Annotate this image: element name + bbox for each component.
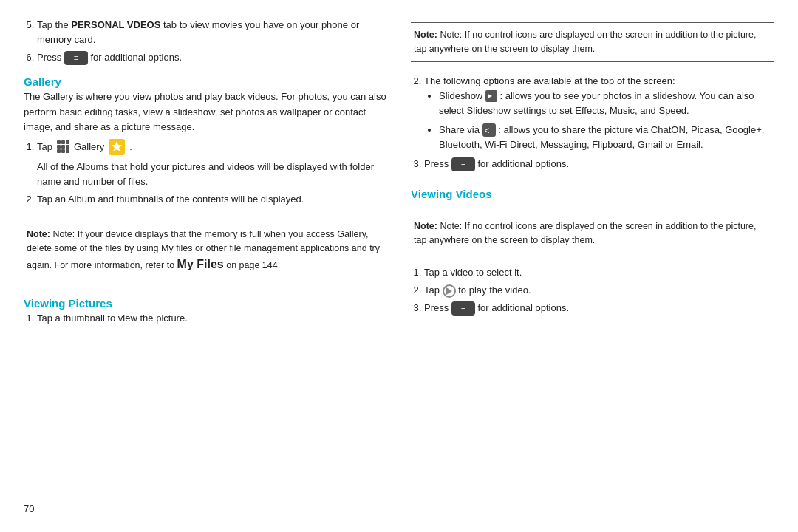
note-memory-box: Note: Note: If your device displays that…	[24, 222, 387, 279]
tap-row: Tap Gallery .	[37, 139, 387, 155]
page-number: 70	[24, 497, 387, 514]
step-press: Press ≡ for additional options.	[424, 157, 774, 171]
videos-step2b: to play the video.	[458, 284, 531, 296]
left-column: Tap the PERSONAL VDEOS tab to view movie…	[24, 18, 387, 514]
viewing-pictures-section: Viewing Pictures Tap a thumbnail to view…	[24, 297, 387, 329]
slideshow-icon	[485, 90, 497, 102]
gallery-step3: Tap an Album and thumbnails of the conte…	[37, 192, 387, 207]
share-icon	[482, 123, 496, 137]
viewing-pictures-title: Viewing Pictures	[24, 297, 387, 310]
menu-button-icon-2: ≡	[451, 157, 475, 171]
gallery-steps: Tap Gallery .	[24, 139, 387, 207]
viewing-videos-section: Viewing Videos	[411, 188, 774, 202]
note-control1-box: Note: Note: If no control icons are disp…	[411, 22, 774, 62]
right-column: Note: Note: If no control icons are disp…	[411, 18, 774, 514]
videos-steps: Tap a video to select it. Tap to play th…	[411, 265, 774, 318]
tap-label: Tap	[37, 140, 52, 154]
share-item: Share via : allows you to share the pict…	[439, 123, 774, 152]
note-word-2: Note:	[414, 221, 440, 231]
viewing-videos-title: Viewing Videos	[411, 188, 774, 200]
period: .	[129, 140, 132, 154]
gallery-section: Gallery The Gallery is where you view ph…	[24, 75, 387, 210]
list-item: Tap the PERSONAL VDEOS tab to view movie…	[37, 18, 387, 47]
gallery-intro: The Gallery is where you view photos and…	[24, 89, 387, 134]
note-control2-box: Note: Note: If no control icons are disp…	[411, 214, 774, 253]
note-control1-text: Note: If no control icons are displayed …	[414, 30, 756, 54]
menu-button-icon: ≡	[64, 51, 88, 65]
item-text: Press ≡ for additional options.	[37, 52, 182, 63]
slideshow-item: Slideshow : allows you to see your photo…	[439, 89, 774, 118]
slideshow-label: Slideshow	[439, 90, 482, 101]
videos-step2: Tap to play the video.	[424, 283, 774, 298]
note-word: Note:	[27, 229, 52, 239]
press-label: Press	[424, 158, 449, 169]
gallery-step1: Tap Gallery .	[37, 139, 387, 189]
gallery-step2: All of the Albums that hold your picture…	[37, 160, 387, 189]
gallery-star-icon	[109, 139, 125, 155]
gallery-step3-text: Tap an Album and thumbnails of the conte…	[37, 194, 304, 205]
videos-step1: Tap a video to select it.	[424, 265, 774, 280]
press-desc: for additional options.	[477, 158, 569, 169]
videos-step3: Press ≡ for additional options.	[424, 301, 774, 316]
menu-button-icon-3: ≡	[451, 301, 475, 316]
videos-step3b: for additional options.	[477, 302, 569, 313]
gallery-label: Gallery	[74, 140, 104, 154]
play-button-icon	[443, 284, 456, 298]
step-options: The following options are available at t…	[424, 74, 774, 153]
gallery-title: Gallery	[24, 75, 387, 88]
my-files-text: My Files	[177, 258, 224, 270]
videos-step2-label: Tap	[424, 284, 440, 296]
step-intro: The following options are available at t…	[424, 74, 774, 89]
list-item: Press ≡ for additional options.	[37, 50, 387, 65]
on-page-text: on page 144.	[226, 260, 280, 270]
grid-icon	[57, 140, 69, 153]
top-list: Tap the PERSONAL VDEOS tab to view movie…	[24, 18, 387, 68]
options-list: Slideshow : allows you to see your photo…	[424, 89, 774, 153]
note-control2-text: Note: If no control icons are displayed …	[414, 221, 756, 245]
viewing-pictures-step1: Tap a thumbnail to view the picture.	[37, 311, 387, 326]
videos-step3-label: Press	[424, 302, 449, 313]
right-steps: The following options are available at t…	[411, 74, 774, 175]
viewing-pictures-list: Tap a thumbnail to view the picture.	[24, 311, 387, 326]
note-word-1: Note:	[414, 30, 440, 40]
share-label: Share via	[439, 124, 480, 135]
item-text: Tap the PERSONAL VDEOS tab to view movie…	[37, 19, 359, 45]
